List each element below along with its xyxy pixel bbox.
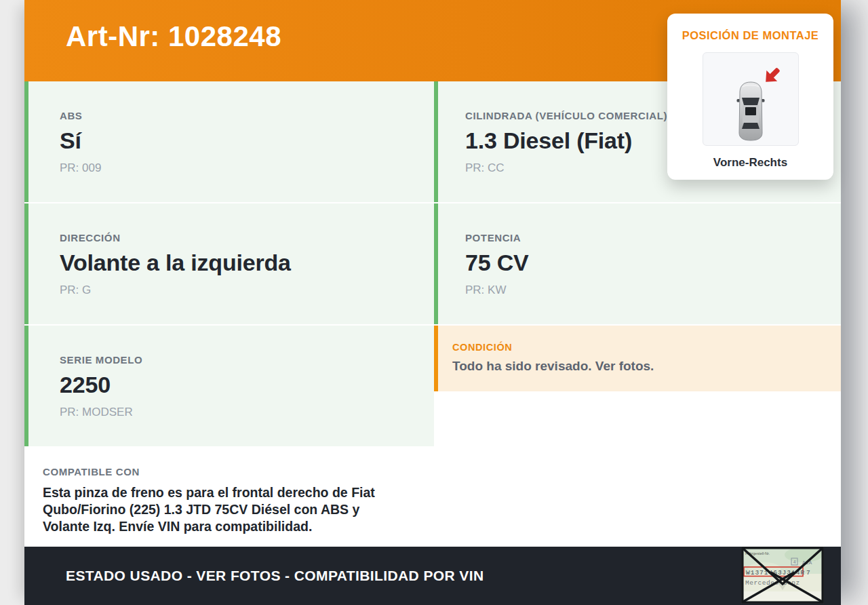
spec-card-potencia: POTENCIA 75 CV PR: KW [434,203,841,324]
spec-pr-code: PR: 009 [60,161,422,175]
compatibility-text: Esta pinza de freno es para el frontal d… [43,484,397,535]
compatibility-card: COMPATIBLE CON Esta pinza de freno es pa… [24,448,434,547]
spec-label: DIRECCIÓN [60,232,422,243]
spec-label: ABS [60,110,422,121]
spec-pr-code: PR: KW [465,284,829,297]
compatibility-label: COMPATIBLE CON [43,466,434,477]
condition-label: CONDICIÓN [452,342,829,353]
car-top-view-icon [736,81,765,141]
spec-card-serie-modelo: SERIE MODELO 2250 PR: MODSER [24,326,434,446]
mounting-position-value: Vorne-Rechts [667,156,833,170]
mounting-position-card: POSICIÓN DE MONTAJE [667,14,833,180]
mounting-position-title: POSICIÓN DE MONTAJE [667,29,833,42]
spec-pr-code: PR: MODSER [60,406,422,419]
car-position-image [703,52,799,146]
condition-text: Todo ha sido revisado. Ver fotos. [452,359,829,374]
vin-suffix: 7 [806,569,810,577]
spec-pr-code: PR: G [60,284,422,297]
spec-value: 75 CV [465,250,829,276]
spec-value: Sí [60,128,422,154]
front-right-arrow-icon [762,64,783,86]
footer-banner: ESTADO USADO - VER FOTOS - COMPATIBILIDA… [24,547,841,605]
spec-label: POTENCIA [465,232,829,243]
vin-document-envelope-image: Fahrgestell-Nr. 4 AiA W1371463J314R 7 Me… [741,547,824,604]
spec-card-direccion: DIRECCIÓN Volante a la izquierda PR: G [24,203,434,324]
condition-card: CONDICIÓN Todo ha sido revisado. Ver fot… [434,326,841,391]
spec-card-abs: ABS Sí PR: 009 [24,81,434,202]
spec-value: Volante a la izquierda [60,250,422,276]
spec-label: SERIE MODELO [60,354,422,366]
spec-value: 2250 [60,372,422,398]
footer-text: ESTADO USADO - VER FOTOS - COMPATIBILIDA… [24,547,841,584]
doc-ref-mark: 4 [793,560,796,565]
